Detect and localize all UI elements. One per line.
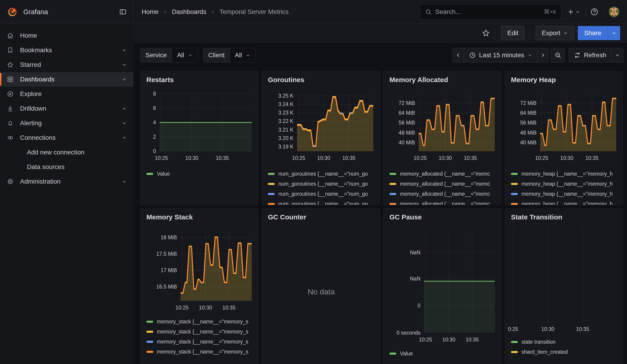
legend-item[interactable]: Value <box>146 171 253 177</box>
chart-state-transition[interactable]: 0:2510:3010:35 <box>511 227 618 333</box>
edit-button[interactable]: Edit <box>501 26 524 40</box>
sidebar-item-administration[interactable]: Administration <box>0 174 133 189</box>
sidebar-item-data-sources[interactable]: Data sources <box>0 160 133 174</box>
legend-swatch <box>511 341 518 343</box>
chart-restarts[interactable]: 8642010:2510:3010:35 <box>146 94 253 162</box>
legend-item[interactable]: memory_stack {__name__="memory_s <box>146 329 253 335</box>
time-back-button[interactable] <box>453 48 464 62</box>
svg-text:64 MiB: 64 MiB <box>399 110 415 116</box>
breadcrumb: Home Dashboards Temporal Server Metrics <box>142 8 289 15</box>
grafana-logo-icon[interactable] <box>7 7 18 17</box>
panel-memory-allocated: Memory Allocated 72 MiB64 MiB56 MiB48 Mi… <box>383 71 501 205</box>
legend-label: memory_allocated {__name__="memc <box>400 201 490 205</box>
sidebar-item-add-new-connection[interactable]: Add new connection <box>0 145 133 160</box>
sidebar-item-drilldown[interactable]: Drilldown <box>0 101 133 116</box>
legend-item[interactable]: memory_heap {__name__="memory_h <box>511 181 618 187</box>
legend-item[interactable]: memory_stack {__name__="memory_s <box>146 339 253 345</box>
share-menu-button[interactable] <box>608 26 620 40</box>
legend-item[interactable]: num_goroutines {__name__="num_go <box>268 201 375 205</box>
service-filter[interactable]: Service All <box>140 48 198 62</box>
legend-label: memory_allocated {__name__="memc <box>400 191 490 197</box>
dock-sidebar-icon[interactable] <box>119 8 127 16</box>
chevron-up-icon[interactable] <box>121 135 127 141</box>
breadcrumb-dashboards[interactable]: Dashboards <box>172 8 206 15</box>
chevron-down-icon[interactable] <box>121 106 127 111</box>
chevron-down-icon <box>246 53 251 58</box>
legend-item[interactable]: num_goroutines {__name__="num_go <box>268 181 375 187</box>
zoom-out-icon[interactable] <box>551 48 565 62</box>
panel-title[interactable]: Goroutines <box>268 76 375 84</box>
legend-label: memory_heap {__name__="memory_h <box>522 201 613 205</box>
chevron-down-icon[interactable] <box>121 77 127 82</box>
sidebar-item-label: Drilldown <box>20 105 46 112</box>
chart-memory-stack[interactable]: 18 MiB17.5 MiB17 MiB16.5 MiB10:2510:3010… <box>146 231 253 312</box>
legend: Value <box>146 171 253 181</box>
svg-text:0: 0 <box>153 148 156 154</box>
breadcrumb-current: Temporal Server Metrics <box>219 8 289 15</box>
time-forward-button[interactable] <box>537 48 548 62</box>
new-button[interactable] <box>567 8 580 15</box>
legend-item[interactable]: shard_item_created <box>511 349 618 355</box>
chevron-down-icon[interactable] <box>121 62 127 67</box>
client-filter[interactable]: Client All <box>203 48 256 62</box>
legend-item[interactable]: memory_allocated {__name__="memc <box>389 171 496 177</box>
breadcrumb-home[interactable]: Home <box>142 8 159 15</box>
chevron-down-icon[interactable] <box>121 120 127 126</box>
legend-item[interactable]: memory_allocated {__name__="memc <box>389 191 496 197</box>
panel-title[interactable]: GC Pause <box>389 213 496 221</box>
chart-goroutines[interactable]: 3.25 K3.24 K3.23 K3.22 K3.21 K3.20 K3.19… <box>268 94 375 162</box>
chart-memory-allocated[interactable]: 72 MiB64 MiB56 MiB48 MiB40 MiB10:2510:30… <box>389 94 496 162</box>
panel-title[interactable]: GC Counter <box>268 213 375 221</box>
legend-item[interactable]: memory_stack {__name__="memory_s <box>146 319 253 325</box>
sidebar-item-home[interactable]: Home <box>0 28 133 43</box>
sidebar-item-connections[interactable]: Connections <box>0 130 133 145</box>
refresh-interval-button[interactable] <box>611 48 623 62</box>
legend-item[interactable]: state transition <box>511 339 618 345</box>
chart-gc-pause[interactable]: NaNNaN00 seconds10:2510:3010:35 <box>389 231 496 344</box>
share-button[interactable]: Share <box>578 26 608 40</box>
legend-item[interactable]: memory_allocated {__name__="memc <box>389 181 496 187</box>
sidebar-item-starred[interactable]: Starred <box>0 57 133 72</box>
help-icon[interactable] <box>590 8 598 16</box>
panel-title[interactable]: Memory Allocated <box>389 76 496 84</box>
legend-item[interactable]: num_goroutines {__name__="num_go <box>268 191 375 197</box>
panel-title[interactable]: Memory Stack <box>146 213 253 221</box>
legend-swatch <box>268 193 275 195</box>
legend-item[interactable]: memory_heap {__name__="memory_h <box>511 171 618 177</box>
legend-item[interactable]: Value <box>389 351 496 357</box>
svg-text:72 MiB: 72 MiB <box>399 100 415 106</box>
sidebar-item-alerting[interactable]: Alerting <box>0 116 133 130</box>
legend-swatch <box>146 321 153 323</box>
avatar[interactable] <box>609 7 619 17</box>
sidebar-item-bookmarks[interactable]: Bookmarks <box>0 43 133 57</box>
legend-item[interactable]: memory_allocated {__name__="memc <box>389 201 496 205</box>
panel-title[interactable]: Restarts <box>146 76 253 84</box>
svg-text:3.21 K: 3.21 K <box>278 127 294 133</box>
legend-swatch <box>511 193 518 195</box>
star-icon[interactable] <box>482 29 490 37</box>
panel-title[interactable]: State Transition <box>511 213 618 221</box>
legend-swatch <box>146 341 153 343</box>
refresh-button[interactable]: Refresh <box>569 48 611 62</box>
legend-item[interactable]: memory_stack {__name__="memory_s <box>146 349 253 355</box>
legend-swatch <box>268 183 275 185</box>
sidebar-item-dashboards[interactable]: Dashboards <box>0 72 133 87</box>
chevron-down-icon[interactable] <box>121 179 127 184</box>
search-input[interactable]: Search... ⌘+k <box>420 4 561 19</box>
chart-memory-heap[interactable]: 72 MiB64 MiB56 MiB48 MiB40 MiB10:2510:30… <box>511 94 618 162</box>
legend-item[interactable]: memory_heap {__name__="memory_h <box>511 201 618 205</box>
legend-item[interactable]: num_goroutines {__name__="num_go <box>268 171 375 177</box>
chevron-down-icon[interactable] <box>121 48 127 53</box>
panel-title[interactable]: Memory Heap <box>511 76 618 84</box>
sidebar-item-label: Explore <box>20 90 42 98</box>
chevron-right-icon <box>540 52 546 58</box>
panel-memory-stack: Memory Stack 18 MiB17.5 MiB17 MiB16.5 Mi… <box>140 208 258 364</box>
svg-text:10:25: 10:25 <box>175 305 189 311</box>
legend-item[interactable]: memory_heap {__name__="memory_h <box>511 191 618 197</box>
sidebar-item-label: Home <box>20 32 37 39</box>
time-range-picker[interactable]: Last 15 minutes <box>464 48 537 62</box>
legend-swatch <box>511 351 518 353</box>
sidebar-item-explore[interactable]: Explore <box>0 87 133 101</box>
svg-text:0 seconds: 0 seconds <box>397 330 420 336</box>
export-button[interactable]: Export <box>536 26 574 40</box>
